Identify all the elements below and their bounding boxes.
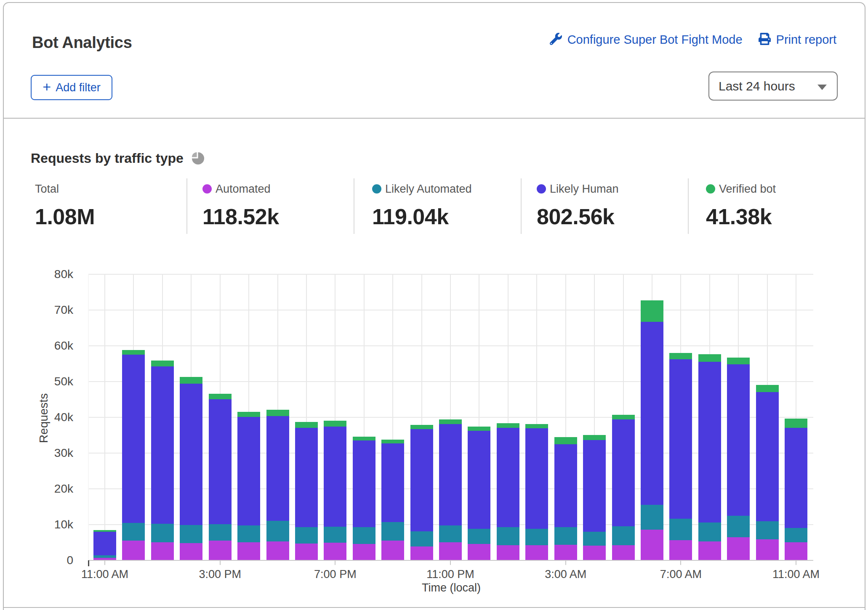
bar-15[interactable] (525, 424, 548, 560)
bar-14-verified-bot[interactable] (497, 423, 519, 427)
bar-18-likely-human[interactable] (612, 419, 635, 526)
bar-10-likely-automated[interactable] (381, 522, 404, 541)
bar-16-verified-bot[interactable] (554, 437, 577, 444)
bar-2-likely-human[interactable] (151, 366, 174, 524)
bar-12-likely-human[interactable] (439, 424, 462, 525)
bar-8-verified-bot[interactable] (324, 421, 346, 427)
bar-8[interactable] (324, 421, 346, 560)
bar-21[interactable] (698, 354, 721, 560)
bar-22-likely-automated[interactable] (727, 516, 750, 537)
bar-7-likely-human[interactable] (295, 428, 318, 527)
bar-14-likely-human[interactable] (497, 428, 519, 528)
bar-19[interactable] (641, 300, 663, 560)
bar-15-automated[interactable] (525, 545, 548, 560)
bar-3-verified-bot[interactable] (180, 377, 202, 384)
bar-1[interactable] (122, 350, 145, 560)
bar-6-verified-bot[interactable] (266, 410, 289, 416)
bar-0-likely-human[interactable] (93, 532, 116, 555)
bar-17[interactable] (583, 435, 606, 560)
bar-22-verified-bot[interactable] (727, 358, 750, 364)
bar-5-likely-human[interactable] (237, 417, 260, 525)
bar-17-likely-automated[interactable] (583, 532, 606, 546)
bar-0-automated[interactable] (93, 558, 116, 560)
bar-2-automated[interactable] (151, 542, 174, 560)
bar-19-automated[interactable] (641, 530, 663, 560)
bar-2-verified-bot[interactable] (151, 361, 174, 366)
bar-1-verified-bot[interactable] (122, 350, 145, 355)
bar-23-likely-human[interactable] (756, 392, 779, 521)
bar-5[interactable] (237, 412, 260, 560)
bar-13-likely-human[interactable] (468, 431, 490, 528)
bar-1-automated[interactable] (122, 541, 145, 560)
bar-8-likely-automated[interactable] (324, 527, 346, 543)
bar-4-likely-automated[interactable] (209, 524, 232, 541)
bar-4-likely-human[interactable] (209, 399, 232, 525)
bar-17-automated[interactable] (583, 546, 606, 560)
bar-14-automated[interactable] (497, 545, 519, 560)
bar-12-likely-automated[interactable] (439, 525, 462, 542)
bar-7-likely-automated[interactable] (295, 527, 318, 544)
bar-1-likely-human[interactable] (122, 355, 145, 523)
bar-13[interactable] (468, 427, 490, 560)
bar-8-automated[interactable] (324, 543, 346, 560)
bar-11[interactable] (410, 425, 433, 560)
bar-11-likely-human[interactable] (410, 429, 433, 531)
bar-20[interactable] (669, 353, 692, 560)
bar-6-likely-human[interactable] (266, 416, 289, 520)
bar-24-automated[interactable] (785, 542, 807, 560)
bar-15-likely-human[interactable] (525, 428, 548, 529)
bar-4[interactable] (209, 394, 232, 560)
bar-13-likely-automated[interactable] (468, 529, 490, 544)
bar-20-automated[interactable] (669, 540, 692, 560)
bar-5-automated[interactable] (237, 542, 260, 560)
bar-12[interactable] (439, 419, 462, 560)
bar-23[interactable] (756, 385, 779, 560)
bar-24[interactable] (785, 419, 807, 560)
bar-21-likely-human[interactable] (698, 362, 721, 522)
bar-23-likely-automated[interactable] (756, 521, 779, 539)
bar-9-verified-bot[interactable] (353, 437, 375, 440)
bar-23-verified-bot[interactable] (756, 385, 779, 393)
bar-10-likely-human[interactable] (381, 443, 404, 522)
bar-3-automated[interactable] (180, 543, 202, 560)
bar-12-automated[interactable] (439, 542, 462, 560)
bar-21-automated[interactable] (698, 541, 721, 560)
bar-21-verified-bot[interactable] (698, 354, 721, 362)
bar-11-automated[interactable] (410, 546, 433, 560)
bar-18-likely-automated[interactable] (612, 526, 635, 545)
bar-22-likely-human[interactable] (727, 364, 750, 516)
bar-4-verified-bot[interactable] (209, 394, 232, 399)
bar-20-likely-human[interactable] (669, 359, 692, 519)
bar-9[interactable] (353, 437, 375, 560)
bar-9-likely-automated[interactable] (353, 527, 375, 544)
bar-9-likely-human[interactable] (353, 440, 375, 527)
bar-7-automated[interactable] (295, 544, 318, 560)
bar-22-automated[interactable] (727, 537, 750, 560)
bar-15-likely-automated[interactable] (525, 529, 548, 545)
bar-14[interactable] (497, 423, 519, 560)
bar-10-automated[interactable] (381, 541, 404, 560)
bar-11-likely-automated[interactable] (410, 531, 433, 546)
bar-19-likely-human[interactable] (641, 322, 663, 505)
bar-16-likely-automated[interactable] (554, 527, 577, 545)
bar-8-likely-human[interactable] (324, 427, 346, 527)
bar-24-verified-bot[interactable] (785, 419, 807, 427)
bar-18[interactable] (612, 415, 635, 560)
bar-10[interactable] (381, 440, 404, 560)
bar-17-likely-human[interactable] (583, 440, 606, 532)
bar-0[interactable] (93, 530, 116, 560)
bar-11-verified-bot[interactable] (410, 425, 433, 429)
bar-9-automated[interactable] (353, 544, 375, 560)
bar-22[interactable] (727, 358, 750, 560)
bar-6-automated[interactable] (266, 541, 289, 560)
bar-3-likely-automated[interactable] (180, 525, 202, 543)
bar-18-automated[interactable] (612, 545, 635, 560)
bar-16-likely-human[interactable] (554, 444, 577, 528)
bar-16[interactable] (554, 437, 577, 560)
bar-2-likely-automated[interactable] (151, 524, 174, 542)
bar-2[interactable] (151, 361, 174, 560)
bar-24-likely-human[interactable] (785, 428, 807, 528)
bar-19-verified-bot[interactable] (641, 300, 663, 322)
bar-13-automated[interactable] (468, 544, 490, 560)
bar-3[interactable] (180, 377, 202, 560)
